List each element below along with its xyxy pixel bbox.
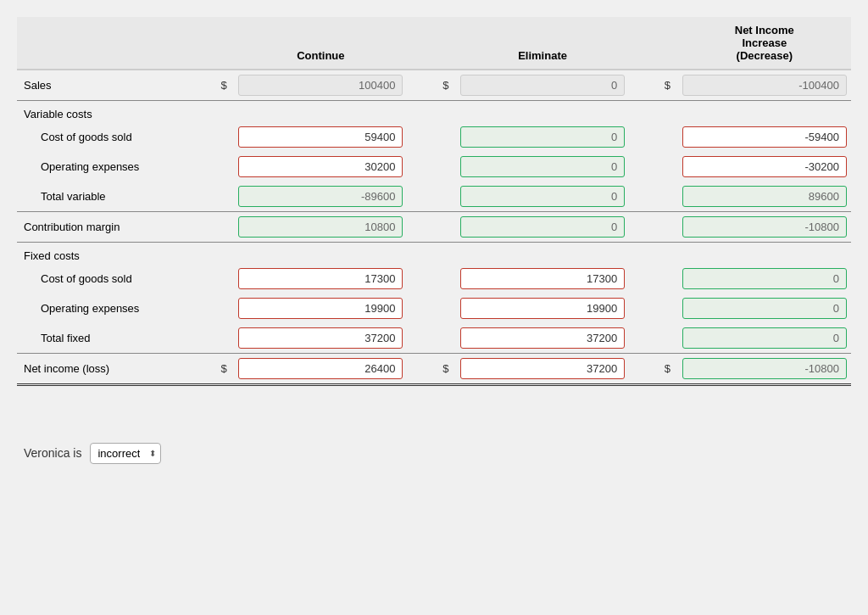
- cogs-fix-net-input[interactable]: [682, 268, 847, 289]
- spacer: [407, 70, 435, 101]
- opex-var-eliminate-cell[interactable]: [456, 152, 629, 182]
- total-var-eliminate-input[interactable]: [460, 186, 625, 207]
- total-fix-eliminate-cell[interactable]: [456, 323, 629, 354]
- cogs-var-eliminate-cell[interactable]: [456, 122, 629, 152]
- opex-fix-continue-cell[interactable]: [234, 294, 407, 323]
- opex-var-net-input[interactable]: [682, 156, 847, 177]
- spacer: [629, 70, 657, 101]
- net-income-row: Net income (loss) $ $ $: [17, 354, 851, 385]
- sales-dollar-2: $: [436, 70, 456, 101]
- net-income-net-input[interactable]: [682, 358, 847, 379]
- contrib-margin-continue-input[interactable]: [238, 216, 403, 238]
- contrib-margin-eliminate-input[interactable]: [460, 216, 625, 238]
- cogs-var-continue-input[interactable]: [238, 126, 403, 148]
- verdict-dropdown[interactable]: incorrect correct: [90, 443, 161, 464]
- net-income-dollar-3: $: [657, 354, 677, 385]
- cogs-var-eliminate-input[interactable]: [460, 126, 625, 148]
- cogs-fixed-row: Cost of goods sold: [17, 264, 851, 294]
- net-income-eliminate-cell[interactable]: [456, 354, 629, 385]
- total-var-label: Total variable: [17, 182, 214, 212]
- verdict-dropdown-wrapper[interactable]: incorrect correct: [90, 443, 161, 464]
- opex-fixed-row: Operating expenses: [17, 294, 851, 323]
- sales-eliminate-input[interactable]: [460, 75, 625, 96]
- veronica-label: Veronica is: [24, 446, 81, 460]
- net-income-dollar-1: $: [214, 354, 234, 385]
- spacer-row: [17, 385, 851, 411]
- cogs-fix-label: Cost of goods sold: [17, 264, 214, 294]
- net-income-continue-input[interactable]: [238, 358, 403, 379]
- net-income-continue-cell[interactable]: [234, 354, 407, 385]
- total-var-net-cell[interactable]: [678, 182, 851, 212]
- cogs-var-continue-cell[interactable]: [234, 122, 407, 152]
- opex-var-net-cell[interactable]: [678, 152, 851, 182]
- sales-net-cell[interactable]: [678, 70, 851, 101]
- net-income-line1: Net Income: [735, 24, 794, 36]
- header-dollar-2: [436, 17, 456, 70]
- net-income-dollar-2: $: [436, 354, 456, 385]
- cogs-var-net-input[interactable]: [682, 126, 847, 148]
- opex-fix-eliminate-cell[interactable]: [456, 294, 629, 323]
- opex-fix-net-input[interactable]: [682, 298, 847, 319]
- fixed-costs-header: Fixed costs: [17, 243, 851, 265]
- header-eliminate: Eliminate: [456, 17, 629, 70]
- total-var-continue-cell[interactable]: [234, 182, 407, 212]
- header-dollar-1: [214, 17, 234, 70]
- opex-fix-net-cell[interactable]: [678, 294, 851, 323]
- cogs-variable-row: Cost of goods sold: [17, 122, 851, 152]
- cogs-fix-eliminate-input[interactable]: [460, 268, 625, 289]
- contrib-margin-continue-cell[interactable]: [234, 212, 407, 243]
- cogs-var-label: Cost of goods sold: [17, 122, 214, 152]
- contrib-margin-eliminate-cell[interactable]: [456, 212, 629, 243]
- total-fix-net-input[interactable]: [682, 327, 847, 349]
- total-fix-continue-input[interactable]: [238, 327, 403, 349]
- sales-dollar-3: $: [657, 70, 677, 101]
- total-var-eliminate-cell[interactable]: [456, 182, 629, 212]
- net-income-line3: (Decrease): [737, 49, 793, 62]
- header-dollar-3: [657, 17, 677, 70]
- sales-eliminate-cell[interactable]: [456, 70, 629, 101]
- footer-row: Veronica is incorrect correct: [17, 411, 851, 471]
- opex-var-continue-cell[interactable]: [234, 152, 407, 182]
- sales-row: Sales $ $ $: [17, 70, 851, 101]
- total-variable-row: Total variable: [17, 182, 851, 212]
- net-income-net-cell[interactable]: [678, 354, 851, 385]
- opex-var-eliminate-input[interactable]: [460, 156, 625, 177]
- total-fixed-row: Total fixed: [17, 323, 851, 354]
- total-fix-eliminate-input[interactable]: [460, 327, 625, 349]
- table-header: Continue Eliminate Net Income Increase (…: [17, 17, 851, 70]
- cogs-fix-net-cell[interactable]: [678, 264, 851, 294]
- contrib-margin-net-cell[interactable]: [678, 212, 851, 243]
- opex-var-label: Operating expenses: [17, 152, 214, 182]
- contrib-margin-net-input[interactable]: [682, 216, 847, 238]
- header-continue: Continue: [234, 17, 407, 70]
- total-fix-continue-cell[interactable]: [234, 323, 407, 354]
- sales-continue-input[interactable]: [238, 75, 403, 96]
- cogs-fix-eliminate-cell[interactable]: [456, 264, 629, 294]
- total-fix-label: Total fixed: [17, 323, 214, 354]
- cogs-fix-continue-cell[interactable]: [234, 264, 407, 294]
- header-spacer-1: [407, 17, 435, 70]
- contrib-margin-label: Contribution margin: [17, 212, 214, 243]
- sales-label: Sales: [17, 70, 214, 101]
- cogs-fix-continue-input[interactable]: [238, 268, 403, 289]
- opex-fix-eliminate-input[interactable]: [460, 298, 625, 319]
- total-fix-net-cell[interactable]: [678, 323, 851, 354]
- opex-var-continue-input[interactable]: [238, 156, 403, 177]
- fixed-costs-header-row: Fixed costs: [17, 243, 851, 265]
- total-var-continue-input[interactable]: [238, 186, 403, 207]
- variable-costs-header-row: Variable costs: [17, 101, 851, 123]
- header-net-income: Net Income Increase (Decrease): [678, 17, 851, 70]
- opex-fix-continue-input[interactable]: [238, 298, 403, 319]
- sales-dollar-1: $: [214, 70, 234, 101]
- total-var-net-input[interactable]: [682, 186, 847, 207]
- opex-variable-row: Operating expenses: [17, 152, 851, 182]
- cogs-var-net-cell[interactable]: [678, 122, 851, 152]
- header-label-col: [17, 17, 214, 70]
- net-income-line2: Increase: [742, 36, 787, 49]
- header-spacer-2: [629, 17, 657, 70]
- sales-net-input[interactable]: [682, 75, 847, 96]
- net-income-eliminate-input[interactable]: [460, 358, 625, 379]
- cogs-var-dollar-1: [214, 122, 234, 152]
- sales-continue-cell[interactable]: [234, 70, 407, 101]
- net-income-label: Net income (loss): [17, 354, 214, 385]
